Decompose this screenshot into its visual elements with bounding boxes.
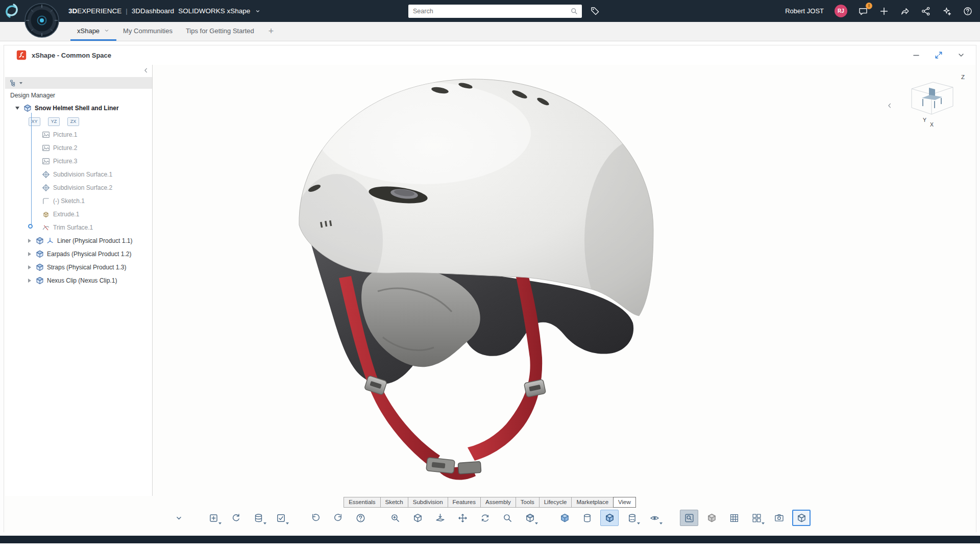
validate-button[interactable] — [272, 510, 290, 526]
search-input[interactable] — [408, 8, 570, 15]
tag-icon[interactable] — [590, 6, 600, 16]
expand-arrow-icon[interactable] — [28, 239, 31, 243]
user-name[interactable]: Robert JOST — [785, 7, 824, 15]
ribbon-tab-essentials[interactable]: Essentials — [344, 497, 380, 508]
chevron-down-icon — [174, 513, 184, 523]
minimize-button[interactable] — [912, 51, 921, 60]
chat-button[interactable]: ! — [858, 6, 868, 16]
tree-item-picture-2[interactable]: Picture.2 — [5, 141, 152, 155]
rotate-icon — [480, 513, 491, 523]
plane-zx-icon[interactable]: ZX — [67, 117, 79, 126]
pan-button[interactable] — [453, 510, 472, 526]
ribbon-tab-lifecycle[interactable]: Lifecycle — [539, 497, 572, 508]
rotate-button[interactable] — [476, 510, 494, 526]
tab-xshape[interactable]: xShape — [70, 22, 116, 41]
tree-item-sketch-1[interactable]: (-) Sketch.1 — [5, 194, 152, 208]
xshape-app-icon — [16, 50, 27, 60]
navigator-expand-chevron-icon[interactable] — [886, 102, 893, 109]
picture-icon — [42, 144, 50, 152]
view-orientation-button[interactable] — [521, 510, 539, 526]
multi-viewport-button[interactable] — [747, 510, 766, 526]
shaded-style-button[interactable] — [555, 510, 574, 526]
add-content-button[interactable] — [879, 6, 889, 16]
ribbon-tab-features[interactable]: Features — [448, 497, 481, 508]
undo-button[interactable] — [306, 510, 325, 526]
navigator-thumbnail[interactable] — [906, 79, 958, 118]
sketch-icon — [42, 197, 50, 205]
tree-item-straps-physical-product-1-3[interactable]: Straps (Physical Product 1.3) — [5, 261, 152, 274]
iso-view-button[interactable] — [408, 510, 427, 526]
expand-arrow-icon[interactable] — [28, 252, 31, 256]
search-icon[interactable] — [570, 7, 578, 15]
grid-button[interactable] — [725, 510, 743, 526]
tree-item-earpads-physical-product-1-2[interactable]: Earpads (Physical Product 1.2) — [5, 247, 152, 261]
ambient-occlusion-button[interactable] — [792, 510, 811, 526]
tab-menu-chevron-icon[interactable] — [104, 28, 110, 34]
ribbon-tab-subdivision[interactable]: Subdivision — [408, 497, 448, 508]
position-marker — [28, 224, 33, 229]
magnifier-button[interactable] — [680, 510, 698, 526]
eye-icon — [649, 513, 660, 523]
avatar[interactable]: RJ — [835, 5, 847, 17]
design-tree: Snow Helmet Shell and Liner XYYZZX Pictu… — [5, 102, 152, 287]
help-button-top[interactable] — [963, 6, 973, 16]
tree-item-liner-physical-product-1-1[interactable]: Liner (Physical Product 1.1) — [5, 234, 152, 247]
panel-collapse-button[interactable] — [142, 67, 150, 74]
share-button[interactable] — [900, 6, 910, 16]
ribbon-tab-view[interactable]: View — [613, 497, 636, 508]
app-title-label: SOLIDWORKS xShape — [178, 7, 250, 15]
ribbon-tab-marketplace[interactable]: Marketplace — [571, 497, 614, 508]
tab-my-communities[interactable]: My Communities — [116, 22, 179, 41]
3dexperience-compass[interactable] — [24, 3, 60, 38]
tab-tips-for-getting-started[interactable]: Tips for Getting Started — [179, 22, 261, 41]
insert-content-button[interactable] — [204, 510, 223, 526]
view-cube-icon — [525, 513, 535, 523]
tab-label: xShape — [77, 27, 100, 35]
help-button[interactable] — [351, 510, 370, 526]
pan-icon — [457, 513, 468, 523]
app-switcher-chevron-icon[interactable] — [254, 8, 261, 15]
view-navigator[interactable]: Z Y X — [886, 74, 975, 133]
tree-item-subdivision-surface-1[interactable]: Subdivision Surface.1 — [5, 168, 152, 181]
tree-item-subdivision-surface-2[interactable]: Subdivision Surface.2 — [5, 181, 152, 194]
plane-xy-icon[interactable]: XY — [29, 117, 40, 126]
3ds-logo-icon[interactable] — [3, 3, 20, 18]
normal-to-button[interactable] — [431, 510, 449, 526]
tree-item-nexus-clip-nexus-clip-1[interactable]: Nexus Clip (Nexus Clip.1) — [5, 274, 152, 287]
save-data-button[interactable] — [249, 510, 267, 526]
redo-button[interactable] — [329, 510, 347, 526]
tree-item-picture-3[interactable]: Picture.3 — [5, 155, 152, 168]
collaborate-button[interactable] — [921, 6, 931, 16]
tree-view-caret-icon[interactable] — [19, 82, 22, 84]
plane-yz-icon[interactable]: YZ — [48, 117, 60, 126]
new-tab-button[interactable]: + — [261, 22, 282, 41]
wireframe-button[interactable] — [623, 510, 641, 526]
collapse-arrow-icon[interactable] — [15, 107, 19, 110]
toolbar-collapse-button[interactable] — [169, 510, 188, 526]
expand-arrow-icon[interactable] — [28, 265, 31, 269]
visibility-button[interactable] — [645, 510, 664, 526]
zoom-area-button[interactable] — [498, 510, 517, 526]
shadow-button[interactable] — [702, 510, 721, 526]
ribbon-tab-assembly[interactable]: Assembly — [480, 497, 516, 508]
tree-view-icon[interactable] — [10, 79, 18, 87]
hidden-line-button[interactable] — [578, 510, 596, 526]
assistant-button[interactable] — [942, 6, 952, 16]
ribbon-tab-tools[interactable]: Tools — [516, 497, 540, 508]
iso-cube-icon — [412, 513, 423, 523]
expand-arrow-icon[interactable] — [28, 279, 31, 283]
tree-item-snow-helmet-shell-and-liner[interactable]: Snow Helmet Shell and Liner — [5, 102, 152, 115]
help-icon — [355, 513, 366, 523]
tree-item-extrude-1[interactable]: Extrude.1 — [5, 208, 152, 221]
ribbon-tab-sketch[interactable]: Sketch — [380, 497, 408, 508]
shaded-edges-button[interactable] — [600, 510, 619, 526]
resize-button[interactable] — [934, 51, 943, 60]
update-button[interactable] — [227, 510, 245, 526]
tree-item-picture-1[interactable]: Picture.1 — [5, 128, 152, 141]
zoom-in-button[interactable] — [386, 510, 404, 526]
helmet-3d-model[interactable] — [276, 72, 694, 500]
capture-button[interactable] — [770, 510, 788, 526]
tree-item-trim-surface-1[interactable]: Trim Surface.1 — [5, 221, 152, 234]
window-menu-chevron-icon[interactable] — [957, 51, 966, 60]
brand-bold: 3D — [68, 7, 77, 15]
